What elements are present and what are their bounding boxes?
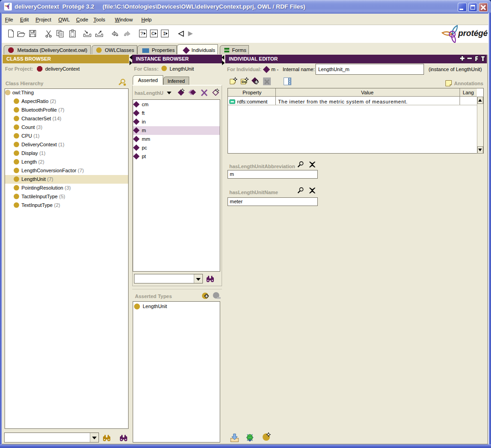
svg-text:Do: Do bbox=[242, 80, 247, 84]
svg-text:I: I bbox=[163, 31, 166, 36]
svg-text:?: ? bbox=[140, 31, 144, 36]
svg-text:C: C bbox=[151, 31, 155, 36]
